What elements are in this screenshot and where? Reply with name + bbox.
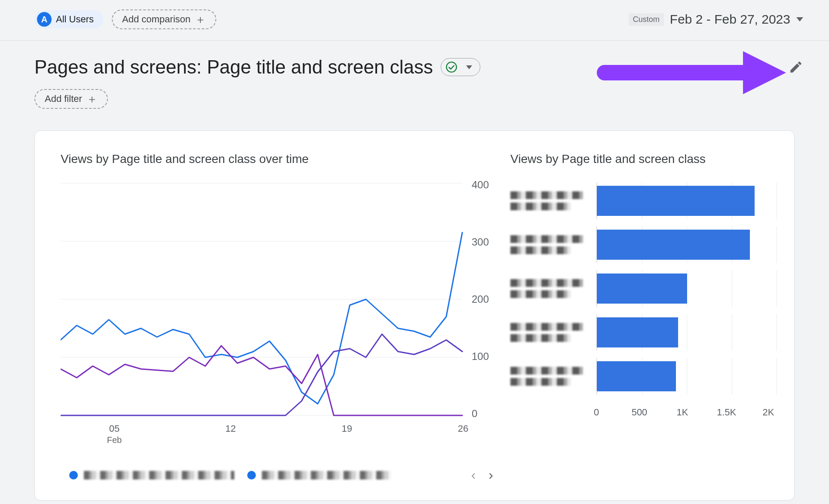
bar-track bbox=[596, 270, 777, 307]
bar-row bbox=[510, 179, 777, 223]
legend-prev-button[interactable]: ‹ bbox=[471, 467, 476, 483]
add-comparison-label: Add comparison bbox=[122, 14, 190, 25]
add-filter-label: Add filter bbox=[45, 93, 82, 104]
segment-bar: A All Users Add comparison ＋ Custom Feb … bbox=[0, 4, 829, 41]
bar-row bbox=[510, 354, 777, 398]
pencil-icon bbox=[789, 60, 803, 74]
legend-item-2[interactable] bbox=[247, 471, 391, 479]
bar-track bbox=[596, 358, 777, 395]
line-chart-panel: Views by Page title and screen class ove… bbox=[61, 152, 493, 483]
bar-fill bbox=[597, 186, 755, 216]
bar-fill bbox=[597, 230, 750, 260]
bar-chart-x-axis: 05001K1.5K2K bbox=[596, 407, 777, 418]
bar-track bbox=[596, 182, 777, 219]
svg-point-0 bbox=[446, 62, 456, 72]
bar-label-redacted bbox=[510, 188, 596, 214]
page-title: Pages and screens: Page title and screen… bbox=[34, 56, 433, 78]
plus-icon: ＋ bbox=[86, 93, 98, 104]
chevron-down-icon bbox=[796, 17, 803, 22]
bar-row bbox=[510, 310, 777, 354]
bar-row bbox=[510, 267, 777, 310]
bar-track bbox=[596, 314, 777, 351]
add-filter-button[interactable]: Add filter ＋ bbox=[34, 89, 108, 109]
line-chart-title: Views by Page title and screen class ove… bbox=[61, 152, 493, 166]
bar-chart-panel: Views by Page title and screen class bbox=[510, 152, 777, 483]
edit-button[interactable] bbox=[789, 60, 803, 76]
legend-next-button[interactable]: › bbox=[488, 467, 493, 483]
report-status-dropdown[interactable] bbox=[441, 58, 480, 76]
bar-label-redacted bbox=[510, 276, 596, 301]
legend-dot-icon bbox=[69, 471, 78, 479]
bar-fill bbox=[597, 317, 678, 347]
bar-label-redacted bbox=[510, 232, 596, 258]
legend-pager: ‹ › bbox=[471, 467, 493, 483]
line-chart: 4003002001000 bbox=[61, 179, 493, 420]
line-chart-y-axis: 4003002001000 bbox=[472, 179, 493, 420]
charts-card: Views by Page title and screen class ove… bbox=[34, 130, 795, 501]
segment-avatar: A bbox=[37, 12, 52, 27]
plus-icon: ＋ bbox=[195, 14, 206, 25]
bar-fill bbox=[597, 274, 687, 304]
line-chart-legend: ‹ › bbox=[61, 467, 493, 483]
add-comparison-button[interactable]: Add comparison ＋ bbox=[112, 9, 216, 29]
date-range-badge: Custom bbox=[629, 13, 664, 26]
bar-row bbox=[510, 223, 777, 267]
bar-label-redacted bbox=[510, 363, 596, 389]
bar-chart bbox=[510, 179, 777, 398]
bar-fill bbox=[597, 361, 676, 391]
segment-label: All Users bbox=[56, 14, 94, 25]
legend-label-redacted bbox=[84, 471, 234, 479]
bar-chart-title: Views by Page title and screen class bbox=[510, 152, 777, 166]
legend-label-redacted bbox=[262, 471, 391, 479]
chevron-down-icon bbox=[466, 65, 472, 69]
legend-dot-icon bbox=[247, 471, 256, 479]
date-range-picker[interactable]: Custom Feb 2 - Feb 27, 2023 bbox=[629, 12, 803, 27]
bar-label-redacted bbox=[510, 320, 596, 345]
bar-track bbox=[596, 226, 777, 263]
date-range-text: Feb 2 - Feb 27, 2023 bbox=[670, 12, 790, 27]
legend-item-1[interactable] bbox=[69, 471, 234, 479]
title-bar: Pages and screens: Page title and screen… bbox=[0, 41, 829, 82]
line-chart-x-axis: 05Feb121926 bbox=[61, 423, 493, 446]
svg-rect-1 bbox=[597, 65, 752, 80]
checkmark-circle-icon bbox=[445, 61, 457, 73]
segment-pill-all-users[interactable]: A All Users bbox=[34, 10, 103, 28]
filter-bar: Add filter ＋ bbox=[0, 82, 829, 122]
